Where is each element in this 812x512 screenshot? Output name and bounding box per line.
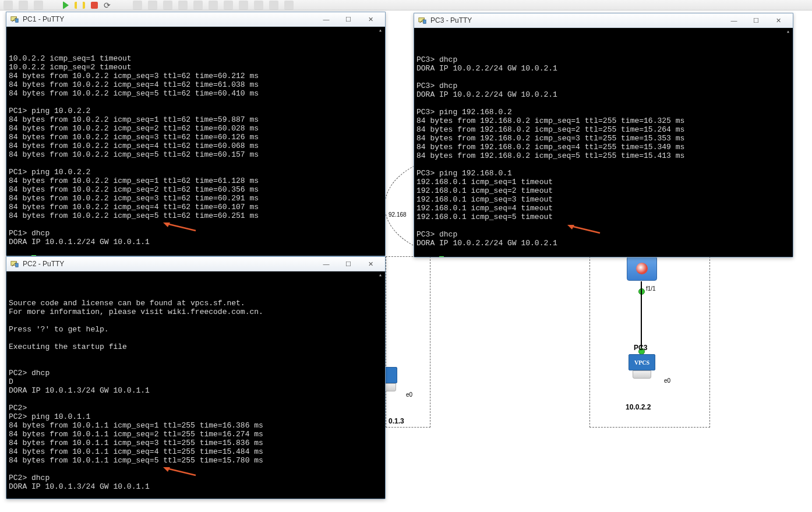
- minimize-button[interactable]: —: [723, 15, 745, 26]
- terminal-line: 84 bytes from 10.0.1.1 icmp_seq=2 ttl=25…: [9, 430, 383, 439]
- close-button[interactable]: ✕: [359, 13, 382, 25]
- putty-window-pc3[interactable]: PC3 - PuTTY — ☐ ✕ PC3> dhcpDORA IP 10.0.…: [414, 13, 793, 257]
- toolbar-icon[interactable]: [284, 1, 294, 10]
- toolbar-icon[interactable]: [133, 1, 142, 10]
- toolbar-icon[interactable]: [193, 1, 203, 10]
- maximize-button[interactable]: ☐: [337, 13, 359, 25]
- terminal-line: 84 bytes from 10.0.2.2 icmp_seq=4 ttl=62…: [9, 80, 383, 89]
- terminal-line: [416, 73, 790, 82]
- toolbar-icon[interactable]: [19, 1, 28, 10]
- terminal-line: 84 bytes from 192.168.0.2 icmp_seq=3 ttl…: [416, 134, 790, 143]
- vpcs-stand: [633, 370, 651, 379]
- terminal-line: 10.0.2.2 icmp_seq=1 timeout: [9, 54, 383, 63]
- terminal-line: 192.168.0.1 icmp_seq=1 timeout: [416, 178, 790, 186]
- terminal-line: [9, 159, 383, 168]
- minimize-button[interactable]: —: [315, 258, 337, 270]
- terminal-line: [9, 220, 383, 229]
- terminal-line: DORA IP 10.0.1.3/24 GW 10.0.1.1: [9, 482, 383, 491]
- terminal-line: Executing the startup file: [9, 342, 383, 351]
- terminal-line: PC2> dhcp: [9, 474, 383, 482]
- scroll-indicator-icon: ▴: [377, 273, 384, 278]
- toolbar-icon[interactable]: [209, 1, 218, 10]
- cursor: [439, 256, 444, 257]
- terminal-line: For more information, please visit wiki.…: [9, 308, 383, 316]
- terminal-line: 84 bytes from 10.0.2.2 icmp_seq=2 ttl=62…: [9, 185, 383, 194]
- terminal-line: 192.168.0.1 icmp_seq=3 timeout: [416, 195, 790, 204]
- terminal-line: 84 bytes from 10.0.2.2 icmp_seq=2 ttl=62…: [9, 124, 383, 133]
- window-title: PC2 - PuTTY: [23, 260, 315, 268]
- terminal-line: [9, 334, 383, 342]
- toolbar-icon[interactable]: [224, 1, 233, 10]
- pc3-vpcs-icon[interactable]: VPCS: [626, 354, 658, 380]
- terminal-pc3[interactable]: PC3> dhcpDORA IP 10.0.2.2/24 GW 10.0.2.1…: [414, 28, 793, 257]
- toolbar-icon[interactable]: [163, 1, 172, 10]
- reload-icon[interactable]: [104, 1, 113, 10]
- pause-icon[interactable]: [75, 2, 85, 9]
- pc3-label: PC3: [634, 344, 647, 352]
- terminal-line: PC2> dhcp: [9, 369, 383, 377]
- terminal-line: 192.168.0.1 icmp_seq=2 timeout: [416, 186, 790, 195]
- toolbar-icon[interactable]: [269, 1, 278, 10]
- terminal-line: 84 bytes from 10.0.2.2 icmp_seq=1 ttl=62…: [9, 115, 383, 124]
- putty-window-pc2[interactable]: PC2 - PuTTY — ☐ ✕ Source code and licens…: [6, 256, 386, 499]
- terminal-line: [9, 98, 383, 107]
- maximize-button[interactable]: ☐: [337, 258, 359, 270]
- terminal-line: 192.168.0.1 icmp_seq=4 timeout: [416, 204, 790, 213]
- terminal-pc1[interactable]: 10.0.2.2 icmp_seq=1 timeout10.0.2.2 icmp…: [6, 27, 385, 256]
- switch-icon[interactable]: [627, 256, 657, 281]
- terminal-line: 84 bytes from 10.0.2.2 icmp_seq=5 ttl=62…: [9, 89, 383, 98]
- toolbar-icon[interactable]: [254, 1, 263, 10]
- terminal-line: 84 bytes from 192.168.0.2 icmp_seq=4 ttl…: [416, 143, 790, 151]
- terminal-line: DORA IP 10.0.1.2/24 GW 10.0.1.1: [9, 238, 383, 246]
- cursor: [31, 255, 36, 256]
- switch-glyph: [636, 263, 648, 274]
- run-icon[interactable]: [63, 1, 69, 9]
- scroll-indicator-icon: ▴: [377, 28, 384, 34]
- svg-rect-4: [16, 263, 18, 267]
- terminal-line: 84 bytes from 192.168.0.2 icmp_seq=1 ttl…: [416, 116, 790, 125]
- putty-window-pc1[interactable]: PC1 - PuTTY — ☐ ✕ 10.0.2.2 icmp_seq=1 ti…: [6, 12, 386, 256]
- app-toolbar: [0, 0, 812, 10]
- terminal-line: 84 bytes from 10.0.1.1 icmp_seq=1 ttl=25…: [9, 421, 383, 430]
- toolbar-icon[interactable]: [34, 1, 43, 10]
- maximize-button[interactable]: ☐: [745, 15, 767, 26]
- stop-icon[interactable]: [91, 2, 98, 9]
- switch-port-label: f1/1: [646, 285, 656, 292]
- terminal-line: DORA IP 10.0.1.3/24 GW 10.0.1.1: [9, 386, 383, 395]
- minimize-button[interactable]: —: [315, 13, 337, 25]
- pc2-vpcs-icon-fragment[interactable]: S: [384, 367, 397, 393]
- window-title: PC1 - PuTTY: [23, 15, 315, 23]
- terminal-line: PC3> ping 192.168.0.2: [416, 108, 790, 116]
- close-button[interactable]: ✕: [359, 258, 382, 270]
- region-ip-fragment: 92.168: [389, 211, 407, 218]
- vpcs-monitor: S: [384, 367, 397, 383]
- terminal-line: [416, 160, 790, 169]
- terminal-line: 84 bytes from 192.168.0.2 icmp_seq=2 ttl…: [416, 125, 790, 134]
- window-title: PC3 - PuTTY: [430, 16, 723, 24]
- terminal-line: 84 bytes from 192.168.0.2 icmp_seq=5 ttl…: [416, 151, 790, 160]
- terminal-line: PC2> ping 10.0.1.1: [9, 412, 383, 421]
- titlebar[interactable]: PC1 - PuTTY — ☐ ✕: [6, 12, 385, 27]
- terminal-line: [9, 351, 383, 360]
- toolbar-icon[interactable]: [239, 1, 248, 10]
- toolbar-icon[interactable]: [148, 1, 157, 10]
- toolbar-icon[interactable]: [178, 1, 188, 10]
- terminal-line: PC1>: [9, 255, 383, 256]
- terminal-line: [9, 395, 383, 404]
- terminal-line: [9, 246, 383, 255]
- toolbar-icon[interactable]: [3, 1, 13, 10]
- pc3-interface: e0: [664, 377, 670, 384]
- terminal-line: 10.0.2.2 icmp_seq=2 timeout: [9, 63, 383, 72]
- titlebar[interactable]: PC3 - PuTTY — ☐ ✕: [414, 13, 793, 28]
- terminal-line: 84 bytes from 10.0.2.2 icmp_seq=3 ttl=62…: [9, 194, 383, 203]
- terminal-line: PC3> dhcp: [416, 55, 790, 64]
- terminal-pc2[interactable]: Source code and license can be found at …: [6, 271, 385, 499]
- terminal-line: Press '?' to get help.: [9, 325, 383, 334]
- titlebar[interactable]: PC2 - PuTTY — ☐ ✕: [6, 257, 385, 271]
- close-button[interactable]: ✕: [767, 15, 789, 26]
- vpcs-monitor: VPCS: [629, 354, 655, 370]
- terminal-line: DORA IP 10.0.2.2/24 GW 10.0.2.1: [416, 64, 790, 73]
- terminal-line: [9, 465, 383, 474]
- terminal-line: 84 bytes from 10.0.2.2 icmp_seq=4 ttl=62…: [9, 203, 383, 211]
- terminal-line: PC3> dhcp: [416, 82, 790, 90]
